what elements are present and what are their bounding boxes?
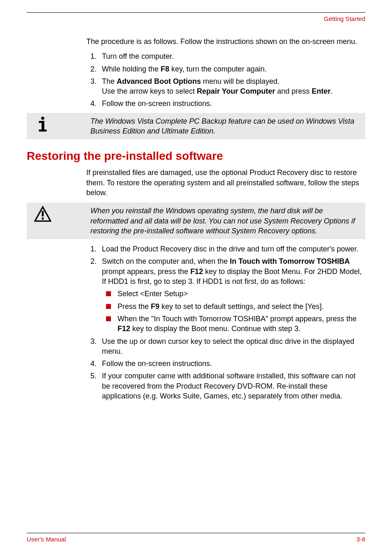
- step2-5-text: If your computer came with additional so…: [102, 372, 355, 400]
- sub-step-2-suffix: key to set to default settings, and sele…: [159, 302, 324, 311]
- sub-step-2-prefix: Press the: [118, 302, 151, 311]
- footer-left: User's Manual: [27, 536, 66, 543]
- step-2-suffix: key, turn the computer again.: [169, 65, 267, 73]
- step-4-text: Follow the on-screen instructions.: [102, 99, 212, 108]
- warning-text: When you reinstall the Windows operating…: [90, 206, 361, 236]
- section-heading: Restoring the pre-installed software: [27, 150, 365, 163]
- sub-step-3-prefix: When the "In Touch with Tomorrow TOSHIBA…: [118, 315, 357, 323]
- step-4: Follow the on-screen instructions.: [90, 99, 365, 108]
- restore-intro-paragraph: If preinstalled files are damaged, use t…: [86, 168, 365, 198]
- caution-icon: [34, 206, 51, 222]
- footer-right: 3-8: [356, 536, 365, 543]
- step-3-bold3: Enter: [312, 87, 331, 95]
- step2-2-bold1: In Touch with Tomorrow TOSHIBA: [230, 257, 350, 265]
- footer-text-row: User's Manual 3-8: [27, 536, 365, 543]
- step-3-line2-prefix: Use the arrow keys to select: [102, 87, 197, 95]
- step-2-prefix: While holding the: [102, 65, 161, 73]
- header-rule: [27, 12, 365, 13]
- step2-4-text: Follow the on-screen instructions.: [102, 359, 212, 368]
- step-1-text: Turn off the computer.: [102, 52, 174, 60]
- step-2: While holding the F8 key, turn the compu…: [90, 64, 365, 74]
- step-3-mid1: menu will be displayed.: [201, 77, 279, 85]
- svg-point-0: [41, 117, 44, 120]
- step2-3: 3.Use the up or down cursor key to selec…: [90, 336, 365, 357]
- step-3-bold2: Repair Your Computer: [197, 87, 275, 95]
- svg-rect-5: [42, 218, 44, 220]
- step2-1: 1.Load the Product Recovery disc in the …: [90, 244, 365, 254]
- step-2-bold: F8: [161, 65, 169, 73]
- num-5: 5.: [90, 371, 97, 381]
- sub-step-2-bold: F9: [151, 302, 159, 311]
- sub-step-1-text: Select <Enter Setup>: [118, 290, 188, 298]
- step-3-prefix: The: [102, 77, 117, 85]
- num-3: 3.: [90, 336, 97, 346]
- sub-step-1: Select <Enter Setup>: [106, 289, 365, 299]
- sub-step-3-suffix: key to display the Boot menu. Continue w…: [130, 325, 300, 333]
- step-3: The Advanced Boot Options menu will be d…: [90, 76, 365, 97]
- step2-1-text: Load the Product Recovery disc in the dr…: [102, 245, 358, 253]
- num-2: 2.: [90, 256, 97, 266]
- page-footer: User's Manual 3-8: [27, 533, 365, 543]
- step2-5: 5.If your computer came with additional …: [90, 371, 365, 401]
- sub-steps-list: Select <Enter Setup> Press the F9 key to…: [106, 289, 365, 334]
- step-3-mid2: and press: [275, 87, 311, 95]
- sub-step-2: Press the F9 key to set to default setti…: [106, 302, 365, 311]
- step-1: Turn off the computer.: [90, 51, 365, 61]
- procedure-list-1: Turn off the computer. While holding the…: [90, 51, 365, 108]
- step2-2-bold2: F12: [190, 267, 203, 276]
- header-title: Getting Started: [27, 15, 365, 22]
- info-note-text: The Windows Vista Complete PC Backup fea…: [90, 116, 361, 136]
- info-icon: [35, 116, 51, 133]
- step2-2-prefix: Switch on the computer and, when the: [102, 257, 230, 265]
- warning-box: When you reinstall the Windows operating…: [27, 203, 365, 239]
- info-note-box: The Windows Vista Complete PC Backup fea…: [27, 113, 365, 140]
- sub-step-3: When the "In Touch with Tomorrow TOSHIBA…: [106, 314, 365, 334]
- step-3-bold1: Advanced Boot Options: [117, 77, 201, 85]
- num-4: 4.: [90, 359, 97, 368]
- step2-2-mid1: prompt appears, press the: [102, 267, 190, 276]
- step2-3-text: Use the up or down cursor key to select …: [102, 337, 354, 355]
- step-3-suffix: .: [331, 87, 333, 95]
- sub-step-3-bold: F12: [118, 325, 130, 333]
- num-1: 1.: [90, 244, 97, 254]
- step2-2: 2. Switch on the computer and, when the …: [90, 256, 365, 334]
- step2-4: 4.Follow the on-screen instructions.: [90, 359, 365, 368]
- svg-rect-2: [42, 121, 44, 130]
- intro-paragraph: The procedure is as follows. Follow the …: [86, 37, 365, 46]
- svg-rect-4: [42, 211, 44, 216]
- svg-rect-3: [39, 129, 47, 131]
- footer-rule: [27, 533, 365, 533]
- procedure-list-2: 1.Load the Product Recovery disc in the …: [90, 244, 365, 401]
